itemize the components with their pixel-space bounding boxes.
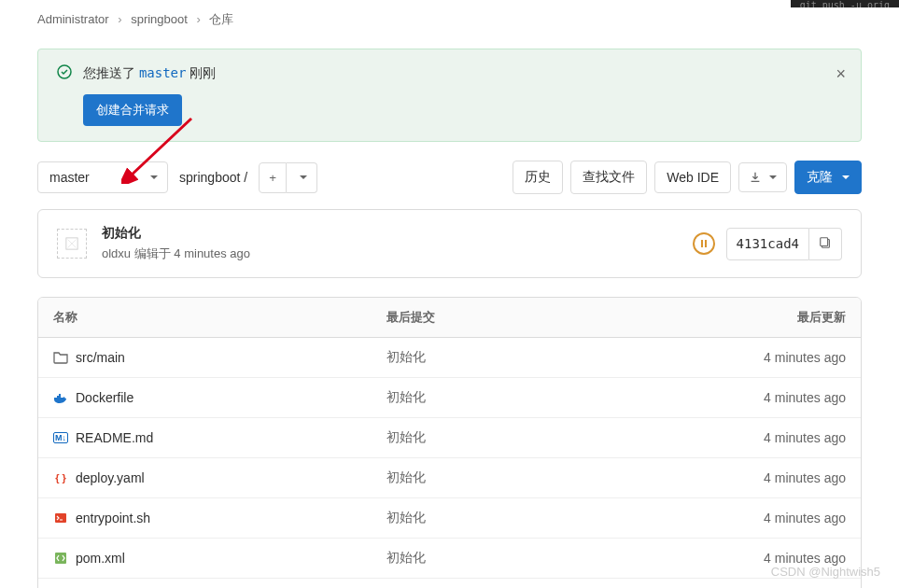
download-button[interactable] [738,162,787,192]
clipboard-icon [819,236,832,249]
file-update-cell: 4 minutes ago [573,338,861,378]
yaml-icon: { } [53,470,68,485]
file-name-cell[interactable]: pom.xml [53,551,357,566]
download-icon [749,171,762,184]
file-name-cell[interactable]: entrypoint.sh [53,511,357,525]
col-last-update: 最后更新 [573,298,861,338]
file-update-cell: 4 minutes ago [573,458,861,498]
table-row: push_jar.sh 初始化 4 minutes ago [38,579,861,588]
add-dropdown[interactable]: + [259,162,317,193]
svg-rect-6 [55,513,66,523]
file-name-cell[interactable]: M↓README.md [53,430,357,445]
md-icon: M↓ [53,430,68,445]
web-ide-button[interactable]: Web IDE [654,161,731,193]
commit-title[interactable]: 初始化 [102,225,678,242]
breadcrumb-link-admin[interactable]: Administrator [37,12,109,26]
chevron-down-icon[interactable] [287,162,317,193]
file-commit-cell[interactable]: 初始化 [372,579,573,588]
file-update-cell: 4 minutes ago [573,378,861,418]
file-name-cell[interactable]: Dockerfile [53,390,357,405]
file-update-cell: 4 minutes ago [573,579,861,588]
sh-icon [53,511,68,525]
history-button[interactable]: 历史 [513,161,563,194]
path-root[interactable]: springboot [179,170,240,185]
svg-rect-3 [705,240,707,247]
file-commit-cell[interactable]: 初始化 [372,418,573,458]
plus-icon[interactable]: + [259,162,287,193]
path-breadcrumb: springboot / [179,170,247,185]
check-circle-icon [57,64,72,83]
file-update-cell: 4 minutes ago [573,498,861,539]
file-commit-cell[interactable]: 初始化 [372,498,573,539]
terminal-snippet: git push -u orig [791,0,899,7]
commit-meta: oldxu 编辑于 4 minutes ago [102,245,678,262]
folder-icon [53,350,68,365]
pipeline-status-icon[interactable] [693,232,715,255]
file-tree-table: 名称 最后提交 最后更新 src/main 初始化 4 minutes ago … [37,297,862,588]
file-commit-cell[interactable]: 初始化 [372,539,573,579]
svg-rect-2 [701,240,703,247]
col-name: 名称 [38,298,372,338]
table-row: entrypoint.sh 初始化 4 minutes ago [38,498,861,539]
breadcrumb-link-project[interactable]: springboot [131,12,188,26]
file-name-cell[interactable]: { }deploy.yaml [53,470,357,485]
find-file-button[interactable]: 查找文件 [570,161,647,194]
docker-icon [53,390,68,405]
file-commit-cell[interactable]: 初始化 [372,378,573,418]
file-commit-cell[interactable]: 初始化 [372,338,573,378]
svg-rect-5 [821,237,828,245]
table-row: Dockerfile 初始化 4 minutes ago [38,378,861,418]
file-commit-cell[interactable]: 初始化 [372,458,573,498]
close-icon[interactable]: × [836,64,846,84]
create-merge-request-button[interactable]: 创建合并请求 [83,94,182,126]
avatar [57,229,87,259]
watermark: CSDN @Nightwish5 [771,565,880,579]
repository-toolbar: master springboot / + 历史 查找文件 Web IDE 克隆 [37,161,862,194]
last-commit-box: 初始化 oldxu 编辑于 4 minutes ago 4131cad4 [37,209,862,278]
table-row: pom.xml 初始化 4 minutes ago [38,539,861,579]
alert-text: 您推送了 master 刚刚 [83,65,216,82]
file-update-cell: 4 minutes ago [573,418,861,458]
xml-icon [53,551,68,566]
clone-button[interactable]: 克隆 [794,161,862,194]
copy-sha-button[interactable] [809,228,842,260]
table-row: M↓README.md 初始化 4 minutes ago [38,418,861,458]
branch-selector[interactable]: master [37,161,168,193]
breadcrumb-current: 仓库 [209,12,233,26]
table-row: { }deploy.yaml 初始化 4 minutes ago [38,458,861,498]
col-last-commit: 最后提交 [372,298,573,338]
breadcrumb-separator: › [197,12,201,26]
table-row: src/main 初始化 4 minutes ago [38,338,861,378]
breadcrumb-separator: › [118,12,121,26]
commit-sha[interactable]: 4131cad4 [726,228,809,260]
file-name-cell[interactable]: src/main [53,350,357,365]
breadcrumb: Administrator › springboot › 仓库 [37,0,862,39]
push-alert: 您推送了 master 刚刚 × 创建合并请求 [37,49,862,142]
